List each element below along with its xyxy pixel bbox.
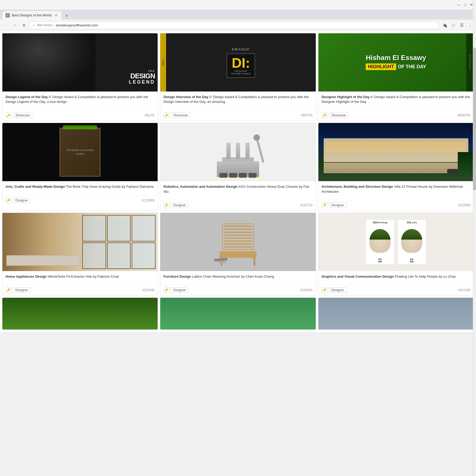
chair-leg-2 [254,257,255,266]
address-bar: ← → ✕ ⚠ Non sicuro | bestdesignsofthewor… [0,20,476,31]
badge-label-5[interactable]: Designer [171,203,188,208]
villa-building [324,138,468,173]
partial-card-1 [2,298,158,330]
robot-col-3 [245,143,250,159]
card-1-title: Design Legend of the Day A' Design Award… [6,95,154,104]
bookmark-button[interactable]: ☆ [450,21,457,29]
person-silhouette [2,33,95,91]
card-9-body: Graphics and Visual Communication Design… [318,271,474,285]
slat-6 [224,240,252,242]
badge-icon-1: 🔑 [6,112,11,118]
badge-label-8[interactable]: Designer [171,287,188,293]
partial-image-2 [160,298,315,329]
robot-body [212,138,264,177]
poster-2-flowers [401,229,422,240]
interior-window-frames [80,213,158,271]
url-bar[interactable]: ⚠ Non sicuro | bestdesignsoftheworld.com [29,21,440,29]
di-logo-box: DI: DESIGNINTERVIEWS [227,53,255,78]
card-villa: Architecture, Building and Structure Des… [318,123,474,210]
badge-label-9[interactable]: Designer [329,287,346,293]
forward-button[interactable]: → [11,21,19,29]
card-4-badge: 🔑 Designer [6,198,30,203]
card-6-footer: 🔑 Designer #122650 [318,200,474,210]
reader-button[interactable]: ☰ [458,21,465,29]
slat-4 [224,235,252,236]
poster-2: 沉花 (Life) 花开富贵 [397,219,426,264]
hisham-highlight-box: HIGHLIGHT OF THE DAY [366,63,426,70]
card-image-villa [318,123,474,181]
card-5-category: Robotics, Automaton and Automation Desig… [163,185,237,189]
card-5-tag: #122733 [300,203,313,207]
card-3-title: Designer Highlight of the Day A' Design … [322,95,470,104]
chair-object [217,223,259,266]
toolbar-icons: 🔌 ☆ ☰ ⋮ [441,21,474,29]
card-5-body: Robotics, Automaton and Automation Desig… [160,181,315,200]
card-7-category: Home Appliances Design [6,274,47,278]
card-9-title: Graphics and Visual Communication Design… [322,274,470,279]
minimize-button[interactable]: — [456,2,461,7]
card-image-di: 2021 EMANUF DI: DESIGNINTERVIEWS [160,33,315,91]
card-8-title: Furniture Design Lattice Chair Weaving A… [163,274,312,279]
card-4-footer: 🔑 Designer #122969 [2,195,158,205]
poster-2-head: 沉花 (Life) [407,221,417,224]
url-separator: | [54,23,54,27]
card-image-graphics: 流花 (Floating) 浮生若梦 沉花 (Life) 花开富贵 [318,213,474,271]
interior-sofa-area [6,255,80,266]
poster-1-head: 流花 (Floating) [373,221,387,224]
badge-label-7[interactable]: Designer [13,287,30,293]
badge-label-1[interactable]: Showcase [13,113,32,118]
card-9-badge: 🔑 Designer [322,287,346,293]
scrollbar-track [473,0,476,332]
card-6-category: Architecture, Building and Structure Des… [322,185,393,189]
card-6-body: Architecture, Building and Structure Des… [318,181,474,200]
card-7-title: Home Appliances Design NikolaTesla Fit E… [6,274,154,279]
badge-label-4[interactable]: Designer [13,198,30,203]
card-4-body: Arts, Crafts and Ready-Made Design The B… [2,181,158,195]
tab-title: Best Designs of the World [12,13,52,17]
tab-close-button[interactable]: ✕ [54,13,58,18]
poster-1-face [369,229,391,253]
card-2-badge: 🔑 Showcase [163,112,190,118]
di-content: EMANUF DI: DESIGNINTERVIEWS [227,47,255,78]
card-3-tag: #DHOTD [457,113,470,117]
window-frame-1 [82,215,106,241]
di-year-strip: 2021 [160,33,166,91]
villa-window-1 [326,142,360,152]
card-8-footer: 🔑 Designer #122063 [160,285,315,295]
card-robot: Robotics, Automaton and Automation Desig… [160,123,316,210]
card-1-tag: #DLTD [145,113,154,117]
card-design-legend: the DESIGN LEGEND Design Legend of the D… [2,33,158,121]
card-1-footer: 🔑 Showcase #DLTD [2,110,158,120]
reload-button[interactable]: ✕ [20,21,28,29]
badge-icon-7: 🔑 [6,287,11,293]
di-year-text: 2021 [162,59,164,66]
badge-label-6[interactable]: Designer [329,203,346,208]
card-9-category: Graphics and Visual Communication Design [322,274,394,278]
new-tab-button[interactable]: + [63,12,70,20]
villa-lower [324,163,468,173]
badge-label-2[interactable]: Showcase [171,113,190,118]
back-button[interactable]: ← [2,21,10,29]
card-hisham: WEDNESDAY Hisham El Essawy HIGHLIGHT OF … [318,33,474,121]
wheel-2 [229,173,237,178]
card-6-badge: 🔑 Designer [322,202,346,208]
card-2-category: Design Interview of the Day [163,95,208,99]
card-3-badge: 🔑 Showcase [322,112,348,118]
maximize-button[interactable]: □ [463,2,468,7]
badge-label-3[interactable]: Showcase [329,113,348,118]
card-5-title: Robotics, Automaton and Automation Desig… [163,184,312,194]
card-image-hisham: WEDNESDAY Hisham El Essawy HIGHLIGHT OF … [318,33,474,91]
active-tab[interactable]: B Best Designs of the World ✕ [2,11,62,20]
villa-windows [326,142,466,152]
partial-image-3 [318,298,474,329]
slat-2 [224,228,252,230]
card-8-category: Furniture Design [163,274,191,278]
card-design-interview: 2021 EMANUF DI: DESIGNINTERVIEWS Design … [160,33,316,121]
badge-icon-4: 🔑 [6,198,11,203]
partial-card-3 [318,298,474,330]
slat-1 [224,226,252,227]
window-frame-2 [107,215,131,241]
robot-col-2 [236,143,240,159]
extensions-button[interactable]: 🔌 [441,21,448,29]
scrollbar-thumb[interactable] [473,48,476,190]
